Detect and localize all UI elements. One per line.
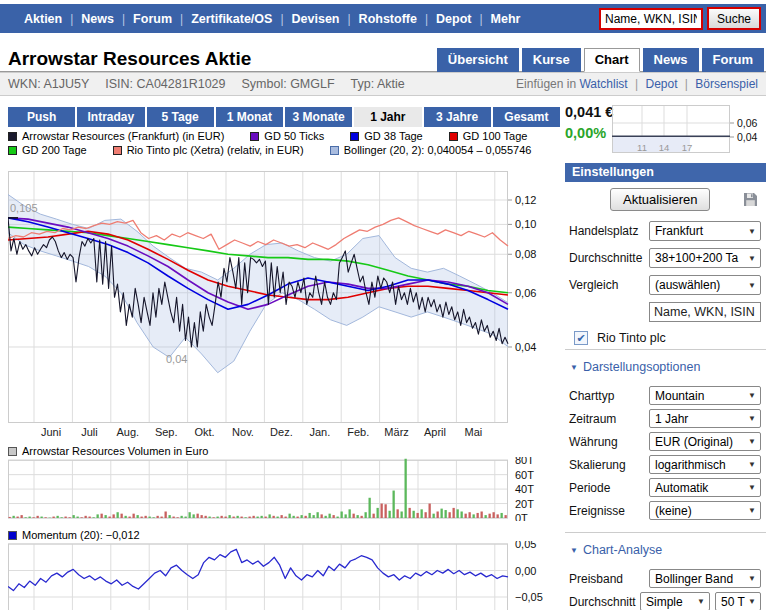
chevron-down-icon: ▼	[748, 227, 756, 236]
svg-text:Okt.: Okt.	[195, 426, 215, 438]
svg-text:0T: 0T	[515, 512, 528, 521]
save-icon[interactable]	[743, 192, 758, 211]
nav-item-aktien[interactable]: Aktien	[24, 12, 62, 26]
tab-chart[interactable]: Chart	[584, 48, 640, 72]
range-tab-3-jahre[interactable]: 3 Jahre	[424, 107, 491, 127]
info-list: WKN: A1JU5YISIN: CA04281R1029Symbol: GMG…	[8, 77, 421, 91]
tab-kurse[interactable]: Kurse	[522, 48, 581, 72]
nav-item-devisen[interactable]: Devisen	[292, 12, 340, 26]
svg-text:0,04: 0,04	[166, 353, 187, 365]
volume-legend-swatch	[8, 447, 17, 456]
field-label-waehrung: Währung	[569, 435, 618, 449]
form-row-charttyp: CharttypMountain▼	[569, 386, 761, 405]
tab-news[interactable]: News	[643, 48, 699, 72]
field-label-charttyp: Charttyp	[569, 389, 614, 403]
refresh-button[interactable]: Aktualisieren	[610, 188, 710, 211]
settings-rows: HandelsplatzFrankfurt▼Durchschnitte38+10…	[565, 221, 766, 345]
collapse-triangle-icon: ▼	[570, 546, 578, 555]
select-ereignisse[interactable]: (keine)▼	[649, 501, 761, 520]
nav-separator: |	[70, 12, 73, 26]
select-zeitraum[interactable]: 1 Jahr▼	[649, 409, 761, 428]
volume-legend: Arrowstar Resources Volumen in Euro	[8, 445, 208, 457]
legend-swatch	[350, 132, 359, 141]
chart-analysis-section: ▼ Chart-Analyse PreisbandBollinger Band▼…	[565, 532, 766, 610]
tab-forum[interactable]: Forum	[702, 48, 764, 72]
nav-item-depot[interactable]: Depot	[436, 12, 471, 26]
tab-uebersicht[interactable]: Übersicht	[437, 48, 519, 72]
select-durchschnitt-period[interactable]: 50 T▼	[715, 592, 761, 610]
legend-item-gd-50-ticks: GD 50 Ticks	[250, 130, 324, 143]
select-preisband[interactable]: Bollinger Band▼	[649, 569, 761, 588]
form-row-handelsplatz: HandelsplatzFrankfurt▼	[569, 221, 761, 241]
nav-item-rohstoffe[interactable]: Rohstoffe	[359, 12, 417, 26]
link-watchlist[interactable]: Watchlist	[579, 77, 627, 91]
nav-item-news[interactable]: News	[81, 12, 114, 26]
nav-item-mehr[interactable]: Mehr	[491, 12, 521, 26]
search-input[interactable]	[599, 8, 703, 30]
compare-search-input[interactable]	[649, 302, 761, 322]
legend-label: GD 200 Tage	[22, 144, 87, 157]
range-tab-5-tage[interactable]: 5 Tage	[147, 107, 214, 127]
page-title: Arrowstar Resources Aktie	[8, 48, 251, 70]
select-waehrung[interactable]: EUR (Original)▼	[649, 432, 761, 451]
refresh-row: Aktualisieren	[565, 188, 766, 212]
range-tab-1-monat[interactable]: 1 Monat	[216, 107, 283, 127]
svg-text:Aug.: Aug.	[116, 426, 139, 438]
range-tab-3-monate[interactable]: 3 Monate	[285, 107, 352, 127]
field-label-zeitraum: Zeitraum	[569, 412, 616, 426]
range-tab-intraday[interactable]: Intraday	[77, 107, 144, 127]
select-durchschnitte[interactable]: 38+100+200 Ta▼	[649, 248, 761, 268]
chevron-down-icon: ▼	[748, 254, 756, 263]
section-chart-analyse[interactable]: ▼ Chart-Analyse	[570, 543, 761, 557]
field-label-ereignisse: Ereignisse	[569, 504, 625, 518]
nav-separator: |	[425, 12, 428, 26]
svg-text:0,10: 0,10	[515, 218, 536, 230]
legend-swatch	[330, 146, 339, 155]
select-charttyp[interactable]: Mountain▼	[649, 386, 761, 405]
svg-text:0,04: 0,04	[737, 131, 758, 143]
main-legend: Arrowstar Resources (Frankfurt) (in EUR)…	[8, 130, 560, 158]
select-value: (auswählen)	[655, 278, 720, 292]
rio-tinto-row: ✔ Rio Tinto plc	[569, 331, 761, 345]
nav-separator: |	[280, 12, 283, 26]
page: Aktien|News|Forum|Zertifikate/OS|Devisen…	[0, 0, 766, 610]
select-durchschnitt-type[interactable]: Simple▼	[640, 592, 710, 610]
svg-text:0,06: 0,06	[515, 287, 536, 299]
svg-text:0,05: 0,05	[515, 541, 536, 550]
search-button[interactable]: Suche	[707, 7, 761, 30]
nav-separator: |	[347, 12, 350, 26]
svg-text:14: 14	[659, 142, 670, 153]
select-value: Automatik	[655, 481, 708, 495]
nav-item-zertifikate-os[interactable]: Zertifikate/OS	[191, 12, 272, 26]
chevron-down-icon: ▼	[748, 281, 756, 290]
svg-text:April: April	[424, 426, 446, 438]
chevron-down-icon: ▼	[748, 574, 756, 583]
select-periode[interactable]: Automatik▼	[649, 478, 761, 497]
rio-tinto-checkbox[interactable]: ✔	[574, 331, 588, 345]
nav-search: Suche	[599, 7, 761, 30]
legend-item-gd-38-tage: GD 38 Tage	[350, 130, 423, 143]
link-separator: |	[632, 77, 638, 91]
chart-analysis-header: Chart-Analyse	[583, 543, 662, 557]
link-depot[interactable]: Depot	[642, 77, 677, 91]
svg-text:40T: 40T	[515, 483, 534, 495]
select-value: 50 T	[721, 595, 745, 609]
chevron-down-icon: ▼	[748, 460, 756, 469]
range-tab-1-jahr[interactable]: 1 Jahr	[354, 107, 421, 127]
nav-separator: |	[180, 12, 183, 26]
info-wkn: WKN: A1JU5Y	[8, 77, 89, 91]
select-handelsplatz[interactable]: Frankfurt▼	[649, 221, 761, 241]
form-row-preisband: PreisbandBollinger Band▼	[569, 569, 761, 588]
nav-item-forum[interactable]: Forum	[133, 12, 172, 26]
main-chart: 0,120,100,080,060,04JuniJuliAug.Sep.Okt.…	[8, 169, 560, 447]
range-tab-gesamt[interactable]: Gesamt	[493, 107, 560, 127]
insert-prefix: Einfügen in	[516, 77, 576, 91]
chevron-down-icon: ▼	[748, 506, 756, 515]
select-vergleich[interactable]: (auswählen)▼	[649, 275, 761, 295]
select-value: logarithmisch	[655, 458, 726, 472]
section-darstellungsoptionen[interactable]: ▼ Darstellungsoptionen	[570, 360, 761, 374]
link-boersenspiel[interactable]: Börsenspiel	[692, 77, 758, 91]
select-skalierung[interactable]: logarithmisch▼	[649, 455, 761, 474]
legend-label: GD 100 Tage	[463, 130, 528, 143]
range-tab-push[interactable]: Push	[8, 107, 75, 127]
